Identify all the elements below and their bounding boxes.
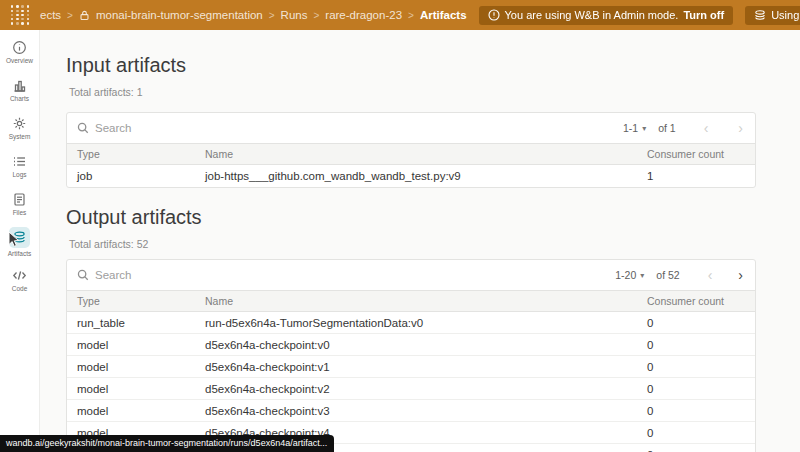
lock-icon (79, 10, 90, 21)
table-row[interactable]: model d5ex6n4a-checkpoint:v3 0 (67, 400, 755, 422)
sidebar-item-code[interactable]: Code (0, 268, 40, 305)
cell-type: model (67, 383, 195, 395)
gear-icon (12, 116, 27, 131)
cell-consumer-count: 0 (637, 317, 755, 329)
output-artifacts-table-card: 1-20 ▾ of 52 ‹ › Type Name Consumer coun… (66, 259, 756, 452)
sidebar-item-label: Charts (10, 95, 29, 102)
sidebar-item-artifacts[interactable]: Artifacts (0, 230, 40, 267)
cell-type: job (67, 170, 195, 182)
prev-page-button[interactable]: ‹ (702, 121, 711, 135)
breadcrumb-separator: > (67, 10, 73, 21)
output-artifacts-search-input[interactable] (95, 269, 315, 281)
cell-name[interactable]: job-https___github.com_wandb_wandb_test.… (195, 170, 637, 182)
weave-layers-icon (754, 9, 766, 21)
chevron-down-icon[interactable]: ▾ (640, 271, 644, 280)
breadcrumb-separator: > (269, 10, 275, 21)
page-total: of 52 (656, 269, 679, 281)
chevron-down-icon[interactable]: ▾ (642, 124, 646, 133)
info-circle-icon (12, 40, 27, 55)
cell-type: run_table (67, 317, 195, 329)
run-sidebar: Overview Charts System Logs (0, 30, 40, 452)
cell-consumer-count: 0 (637, 339, 755, 351)
breadcrumb-projects[interactable]: ects (40, 9, 61, 21)
next-page-button[interactable]: › (736, 268, 745, 282)
column-header-consumer-count[interactable]: Consumer count (637, 148, 755, 160)
document-icon (12, 192, 27, 207)
cell-name[interactable]: d5ex6n4a-checkpoint:v3 (195, 405, 637, 417)
next-page-button[interactable]: › (736, 121, 745, 135)
input-artifacts-table-card: 1-1 ▾ of 1 ‹ › Type Name Consumer count … (66, 112, 756, 188)
cell-name[interactable]: run-d5ex6n4a-TumorSegmentationData:v0 (195, 317, 637, 329)
prev-page-button[interactable]: ‹ (706, 268, 715, 282)
output-artifacts-total: Total artifacts: 52 (66, 238, 756, 251)
output-artifacts-pagination: 1-20 ▾ of 52 ‹ › (615, 268, 745, 282)
cell-consumer-count: 1 (637, 170, 755, 182)
list-icon (12, 154, 27, 169)
page-range[interactable]: 1-20 (615, 269, 636, 281)
sidebar-item-label: Artifacts (8, 250, 31, 257)
top-navbar: ects > monai-brain-tumor-segmentation > … (0, 0, 800, 30)
input-artifacts-total: Total artifacts: 1 (66, 86, 756, 99)
warning-circle-icon (488, 9, 500, 21)
table-header: Type Name Consumer count (67, 143, 755, 165)
breadcrumb-runs[interactable]: Runs (281, 9, 308, 21)
weave-banner-text: Using Weave 1.0 (771, 9, 800, 21)
cell-consumer-count: 0 (637, 383, 755, 395)
output-artifacts-title: Output artifacts (66, 204, 756, 230)
cell-consumer-count: 0 (637, 361, 755, 373)
column-header-type[interactable]: Type (67, 295, 195, 307)
cell-type: model (67, 361, 195, 373)
breadcrumb-current-artifacts: Artifacts (420, 9, 467, 21)
code-icon (12, 268, 27, 283)
link-preview-status-bar: wandb.ai/geekyrakshit/monai-brain-tumor-… (0, 435, 334, 452)
page-range[interactable]: 1-1 (623, 122, 638, 134)
sidebar-item-label: Code (12, 285, 28, 292)
sidebar-item-system[interactable]: System (0, 116, 40, 153)
sidebar-item-label: Overview (6, 57, 33, 64)
column-header-consumer-count[interactable]: Consumer count (637, 295, 755, 307)
table-row[interactable]: model d5ex6n4a-checkpoint:v0 0 (67, 334, 755, 356)
input-artifacts-pagination: 1-1 ▾ of 1 ‹ › (623, 121, 745, 135)
sidebar-item-charts[interactable]: Charts (0, 78, 40, 115)
bar-chart-icon (12, 78, 27, 93)
cell-type: model (67, 339, 195, 351)
sidebar-item-files[interactable]: Files (0, 192, 40, 229)
cell-type: model (67, 405, 195, 417)
layers-icon (9, 227, 30, 248)
admin-turn-off-button[interactable]: Turn off (683, 9, 724, 21)
page-total: of 1 (658, 122, 676, 134)
column-header-name[interactable]: Name (195, 295, 637, 307)
table-row[interactable]: run_table run-d5ex6n4a-TumorSegmentation… (67, 312, 755, 334)
sidebar-item-label: Logs (12, 171, 26, 178)
breadcrumb-project[interactable]: monai-brain-tumor-segmentation (96, 9, 263, 21)
search-icon (77, 122, 89, 134)
sidebar-item-label: System (9, 133, 31, 140)
input-artifacts-search-row: 1-1 ▾ of 1 ‹ › (67, 113, 755, 143)
admin-banner-text: You are using W&B in Admin mode. (505, 9, 679, 21)
admin-mode-banner[interactable]: You are using W&B in Admin mode. Turn of… (479, 6, 734, 25)
table-row[interactable]: model d5ex6n4a-checkpoint:v1 0 (67, 356, 755, 378)
cell-consumer-count: 0 (637, 427, 755, 439)
artifacts-page: Input artifacts Total artifacts: 1 1-1 ▾… (40, 30, 800, 452)
cell-consumer-count: 0 (637, 405, 755, 417)
cell-name[interactable]: d5ex6n4a-checkpoint:v1 (195, 361, 637, 373)
breadcrumb-separator: > (313, 10, 319, 21)
weave-banner[interactable]: Using Weave 1.0 Turn off (745, 6, 800, 25)
output-artifacts-search-row: 1-20 ▾ of 52 ‹ › (67, 260, 755, 290)
table-header: Type Name Consumer count (67, 290, 755, 312)
breadcrumb-run[interactable]: rare-dragon-23 (325, 9, 402, 21)
column-header-name[interactable]: Name (195, 148, 637, 160)
input-artifacts-search-input[interactable] (95, 122, 315, 134)
breadcrumb: ects > monai-brain-tumor-segmentation > … (40, 9, 467, 21)
table-row[interactable]: model d5ex6n4a-checkpoint:v2 0 (67, 378, 755, 400)
sidebar-item-logs[interactable]: Logs (0, 154, 40, 191)
cell-name[interactable]: d5ex6n4a-checkpoint:v0 (195, 339, 637, 351)
wandb-logo-dots[interactable] (10, 5, 30, 25)
breadcrumb-separator: > (408, 10, 414, 21)
search-icon (77, 269, 89, 281)
table-row[interactable]: job job-https___github.com_wandb_wandb_t… (67, 165, 755, 187)
sidebar-item-overview[interactable]: Overview (0, 40, 40, 77)
column-header-type[interactable]: Type (67, 148, 195, 160)
cell-name[interactable]: d5ex6n4a-checkpoint:v2 (195, 383, 637, 395)
input-artifacts-title: Input artifacts (66, 52, 756, 78)
